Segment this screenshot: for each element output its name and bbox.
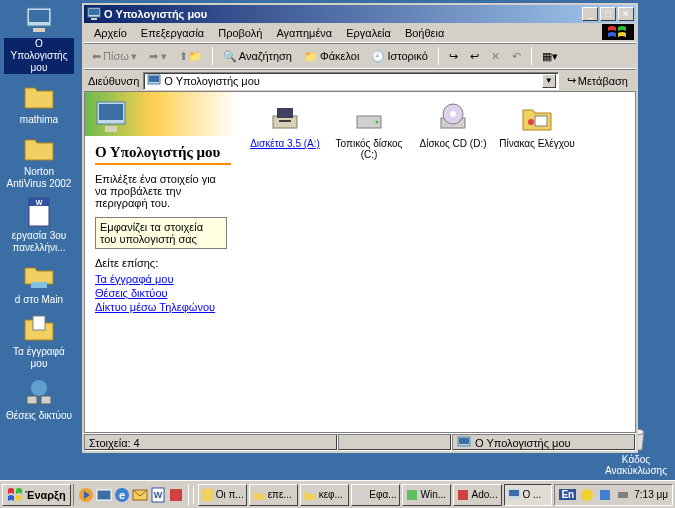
start-button[interactable]: Έναρξη [2, 484, 71, 506]
icon-view[interactable]: Δισκέτα 3,5 (A:) Τοπικός δίσκος (C:) Δίσ… [237, 92, 635, 432]
up-button[interactable]: ⬆📁 [175, 48, 206, 65]
clock[interactable]: 7:13 μμ [634, 489, 668, 500]
window-buttons: _ □ ✕ [582, 7, 634, 21]
history-button[interactable]: 🕘Ιστορικό [367, 48, 431, 65]
svg-rect-49 [618, 492, 628, 498]
svg-rect-19 [99, 104, 123, 120]
dropdown-button[interactable]: ▼ [542, 74, 556, 88]
address-text: Ο Υπολογιστής μου [164, 75, 260, 87]
folder-icon [252, 488, 266, 502]
icon-label: Κάδος Ανακύκλωσης [601, 454, 671, 476]
undo-button[interactable]: ↶ [508, 48, 525, 65]
task-button[interactable]: επε... [249, 484, 298, 506]
svg-rect-43 [407, 490, 417, 500]
item-local-disk[interactable]: Τοπικός δίσκος (C:) [329, 100, 409, 162]
link-network-places[interactable]: Θέσεις δικτύου [95, 287, 227, 299]
item-label: Δίσκος CD (D:) [420, 138, 487, 149]
ie-icon[interactable]: e [114, 487, 130, 503]
floppy-drive-icon [269, 102, 301, 134]
windows-flag-icon [7, 487, 23, 503]
search-button[interactable]: 🔍Αναζήτηση [219, 48, 296, 65]
folder-icon [23, 132, 55, 164]
quick-launch: e W [73, 484, 189, 506]
language-indicator[interactable]: En [559, 489, 576, 500]
close-button[interactable]: ✕ [618, 7, 634, 21]
desktop-icon-word-doc[interactable]: W εργασία 3ου πανελλήνι... [4, 196, 74, 254]
svg-rect-22 [277, 108, 293, 118]
task-button[interactable]: Οι π... [198, 484, 247, 506]
back-button[interactable]: ⬅ Πίσω ▾ [88, 48, 141, 65]
link-dialup[interactable]: Δίκτυο μέσω Τηλεφώνου [95, 301, 227, 313]
task-button[interactable]: Ο ... [504, 484, 553, 506]
move-to-button[interactable]: ↪ [445, 48, 462, 65]
network-icon [23, 376, 55, 408]
go-button[interactable]: ↪Μετάβαση [563, 72, 632, 89]
svg-rect-10 [41, 396, 51, 404]
menu-file[interactable]: Αρχείο [88, 25, 133, 41]
titlebar[interactable]: Ο Υπολογιστής μου _ □ ✕ [84, 5, 636, 23]
menu-edit[interactable]: Επεξεργασία [135, 25, 210, 41]
svg-rect-42 [356, 490, 366, 500]
task-button[interactable]: Win... [402, 484, 451, 506]
content-area: Ο Υπολογιστής μου Επιλέξτε ένα στοιχείο … [84, 91, 636, 433]
taskbar: Έναρξη e W Οι π... επε... κεφ... Εφα... … [0, 480, 675, 508]
wmp-icon[interactable] [78, 487, 94, 503]
desktop-icon-mathima[interactable]: mathima [4, 80, 74, 126]
forward-button[interactable]: ➡ ▾ [145, 48, 171, 65]
desktop-icon-d-main[interactable]: d στο Main [4, 260, 74, 306]
item-control-panel[interactable]: Πίνακας Ελέγχου [497, 100, 577, 162]
desktop-icon-norton[interactable]: Norton AntiVirus 2002 [4, 132, 74, 190]
system-tray[interactable]: En 7:13 μμ [554, 484, 673, 506]
svg-rect-32 [459, 438, 469, 444]
app-icon[interactable] [168, 487, 184, 503]
menu-tools[interactable]: Εργαλεία [340, 25, 397, 41]
item-label: Πίνακας Ελέγχου [499, 138, 575, 149]
desktop-icon[interactable] [96, 487, 112, 503]
maximize-button[interactable]: □ [600, 7, 616, 21]
menu-bar: Αρχείο Επεξεργασία Προβολή Αγαπημένα Εργ… [84, 23, 636, 43]
task-button[interactable]: Εφα... [351, 484, 400, 506]
menu-favorites[interactable]: Αγαπημένα [270, 25, 338, 41]
svg-rect-48 [600, 490, 610, 500]
word-icon[interactable]: W [150, 487, 166, 503]
computer-icon [91, 96, 131, 136]
desktop-icon-network-places[interactable]: Θέσεις δικτύου [4, 376, 74, 422]
item-cd-drive[interactable]: Δίσκος CD (D:) [413, 100, 493, 162]
folders-button[interactable]: 📁Φάκελοι [300, 48, 363, 65]
item-label: Τοπικός δίσκος (C:) [331, 138, 407, 160]
svg-point-30 [528, 119, 534, 125]
network-folder-icon [23, 260, 55, 292]
tray-icon[interactable] [616, 488, 630, 502]
minimize-button[interactable]: _ [582, 7, 598, 21]
views-button[interactable]: ▦▾ [538, 48, 562, 65]
status-item-count: Στοιχεία: 4 [84, 434, 338, 451]
task-button[interactable]: Ado... [453, 484, 502, 506]
address-combo[interactable]: Ο Υπολογιστής μου ▼ [143, 72, 559, 90]
see-also-label: Δείτε επίσης: [95, 257, 227, 269]
svg-rect-2 [33, 28, 45, 32]
icon-label: Θέσεις δικτύου [6, 410, 72, 422]
panel-info-box: Εμφανίζει τα στοιχεία του υπολογιστή σας [95, 217, 227, 249]
computer-icon [23, 4, 55, 36]
hard-drive-icon [353, 102, 385, 134]
copy-to-button[interactable]: ↩ [466, 48, 483, 65]
desktop-icons: Ο Υπολογιστής μου mathima Norton AntiVir… [4, 4, 74, 422]
tray-icon[interactable] [580, 488, 594, 502]
svg-point-28 [450, 111, 456, 117]
link-my-documents[interactable]: Τα έγγραφά μου [95, 273, 227, 285]
task-button[interactable]: κεφ... [300, 484, 349, 506]
svg-text:W: W [36, 199, 43, 206]
banner [85, 92, 237, 136]
documents-folder-icon [23, 312, 55, 344]
delete-button[interactable]: ✕ [487, 48, 504, 65]
icon-label: d στο Main [15, 294, 63, 306]
desktop-icon-my-documents[interactable]: Τα έγγραφά μου [4, 312, 74, 370]
outlook-icon[interactable] [132, 487, 148, 503]
tray-icon[interactable] [598, 488, 612, 502]
icon-label: εργασία 3ου πανελλήνι... [4, 230, 74, 254]
menu-view[interactable]: Προβολή [212, 25, 268, 41]
icon-label: Ο Υπολογιστής μου [4, 38, 74, 74]
desktop-icon-my-computer[interactable]: Ο Υπολογιστής μου [4, 4, 74, 74]
item-floppy[interactable]: Δισκέτα 3,5 (A:) [245, 100, 325, 162]
menu-help[interactable]: Βοήθεια [399, 25, 450, 41]
